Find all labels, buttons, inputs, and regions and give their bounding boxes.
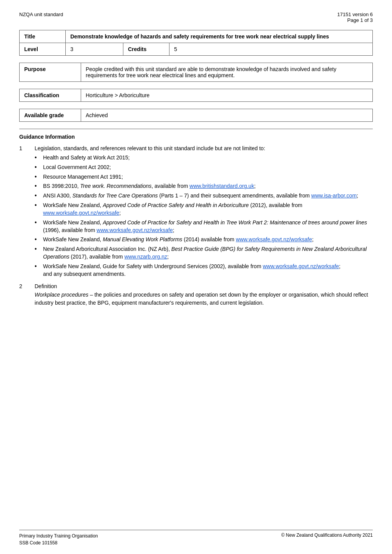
header-right: 17151 version 6 Page 1 of 3 xyxy=(337,12,373,23)
classification-value: Horticulture > Arboriculture xyxy=(81,89,373,102)
section-divider xyxy=(19,129,373,129)
purpose-value: People credited with this unit standard … xyxy=(81,63,373,82)
bullet-item-9: New Zealand Arboricultural Association I… xyxy=(35,245,373,261)
title-label: Title xyxy=(20,30,66,43)
link-britishstandard[interactable]: www.britishstandard.org.uk xyxy=(189,183,254,189)
link-worksafe-3[interactable]: www.worksafe.govt.nz/worksafe xyxy=(236,236,312,242)
bullet-item-5: ANSI A300, Standards for Tree Care Opera… xyxy=(35,192,373,200)
bullet-item-10: WorkSafe New Zealand, Guide for Safety w… xyxy=(35,262,373,278)
classification-label: Classification xyxy=(20,89,81,102)
purpose-label: Purpose xyxy=(20,63,81,82)
link-isa-arbor[interactable]: www.isa-arbor.com xyxy=(311,192,357,199)
footer-org: Primary Industry Training Organisation xyxy=(19,532,98,539)
grade-row: Available grade Achieved xyxy=(20,109,373,122)
bullet-item-4: BS 3998:2010, Tree work. Recommendations… xyxy=(35,182,373,190)
guidance-title: Guidance Information xyxy=(19,134,373,140)
classification-row: Classification Horticulture > Arboricult… xyxy=(20,89,373,102)
credits-label: Credits xyxy=(123,43,169,56)
guidance-item-2: 2 Definition Workplace procedures – the … xyxy=(19,283,373,307)
bullet-item-8: WorkSafe New Zealand, Manual Elevating W… xyxy=(35,236,373,244)
guidance-section: Guidance Information 1 Legislation, stan… xyxy=(19,134,373,307)
level-value: 3 xyxy=(66,43,123,56)
bullet-item-3: Resource Management Act 1991; xyxy=(35,173,373,181)
document-header: NZQA unit standard 17151 version 6 Page … xyxy=(19,12,373,23)
footer-left: Primary Industry Training Organisation S… xyxy=(19,532,98,546)
guidance-content-1: Legislation, standards, and references r… xyxy=(35,145,373,279)
bullet-list-1: Health and Safety at Work Act 2015; Loca… xyxy=(35,154,373,278)
classification-table: Classification Horticulture > Arboricult… xyxy=(19,89,373,102)
bullet-item-7: WorkSafe New Zealand, Approved Code of P… xyxy=(35,219,373,234)
guidance-list: 1 Legislation, standards, and references… xyxy=(19,145,373,307)
footer-ssb: SSB Code 101558 xyxy=(19,539,98,546)
header-left: NZQA unit standard xyxy=(19,12,63,23)
title-row: Title Demonstrate knowledge of hazards a… xyxy=(20,30,373,43)
guidance-num-2: 2 xyxy=(19,283,35,307)
title-table: Title Demonstrate knowledge of hazards a… xyxy=(19,30,373,56)
bullet-item-1: Health and Safety at Work Act 2015; xyxy=(35,154,373,162)
credits-value: 5 xyxy=(169,43,373,56)
link-worksafe-4[interactable]: www.worksafe.govt.nz/worksafe xyxy=(263,263,339,269)
bullet-item-2: Local Government Act 2002; xyxy=(35,163,373,171)
definition-term: Workplace procedures xyxy=(35,292,88,298)
grade-value: Achieved xyxy=(81,109,373,122)
bullet-item-6: WorkSafe New Zealand, Approved Code of P… xyxy=(35,201,373,217)
level-credits-row: Level 3 Credits 5 xyxy=(20,43,373,56)
document-footer: Primary Industry Training Organisation S… xyxy=(19,530,373,546)
grade-label: Available grade xyxy=(20,109,81,122)
definition-block: Workplace procedures – the policies and … xyxy=(35,291,373,307)
definition-title: Definition xyxy=(35,283,57,289)
link-nzarb[interactable]: www.nzarb.org.nz xyxy=(125,254,167,260)
footer-right: © New Zealand Qualifications Authority 2… xyxy=(281,532,373,546)
level-label: Level xyxy=(20,43,66,56)
link-worksafe-1[interactable]: www.worksafe.govt.nz/worksafe xyxy=(43,210,119,216)
guidance-item-1: 1 Legislation, standards, and references… xyxy=(19,145,373,279)
purpose-row: Purpose People credited with this unit s… xyxy=(20,63,373,82)
title-value: Demonstrate knowledge of hazards and saf… xyxy=(66,30,373,43)
guidance-num-1: 1 xyxy=(19,145,35,279)
purpose-table: Purpose People credited with this unit s… xyxy=(19,63,373,82)
header-version: 17151 version 6 xyxy=(337,12,373,17)
guidance-content-2: Definition Workplace procedures – the po… xyxy=(35,283,373,307)
header-page: Page 1 of 3 xyxy=(337,17,373,23)
guidance-intro-1: Legislation, standards, and references r… xyxy=(35,145,265,151)
link-worksafe-2[interactable]: www.worksafe.govt.nz/worksafe xyxy=(96,227,173,233)
grade-table: Available grade Achieved xyxy=(19,109,373,122)
